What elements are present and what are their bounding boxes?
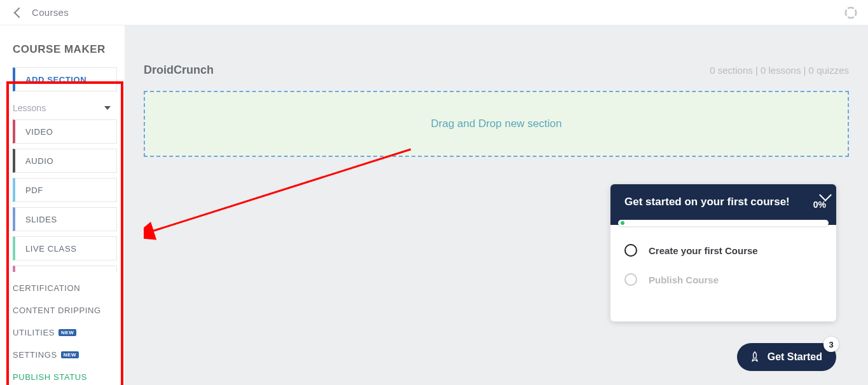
sidebar: COURSE MAKER ADD SECTION Lessons VIDEO A… [0,25,125,385]
lesson-block-video[interactable]: VIDEO [13,119,117,144]
task-status-icon [624,244,637,257]
new-badge: NEW [59,329,76,336]
sidebar-title: COURSE MAKER [0,43,125,67]
get-started-button[interactable]: Get Started 3 [737,343,836,371]
nav-label: PUBLISH STATUS [13,372,87,382]
lesson-block-slides[interactable]: SLIDES [13,207,117,231]
task-create-course[interactable]: Create your first Course [624,244,822,257]
onboarding-tasks: Create your first Course Publish Course [610,229,836,321]
svg-line-1 [150,149,411,232]
nav-utilities[interactable]: UTILITIES NEW [0,321,125,344]
new-badge: NEW [61,351,79,358]
course-title: DroidCrunch [144,64,214,77]
breadcrumb: Courses [15,7,69,18]
nav-label: CONTENT DRIPPING [13,306,101,315]
dropzone-text: Drag and Drop new section [431,118,561,130]
task-label: Publish Course [649,274,719,285]
nav-settings[interactable]: SETTINGS NEW [0,344,125,366]
nav-label: UTILITIES [13,328,55,337]
lesson-block-live-class[interactable]: LIVE CLASS [13,236,117,260]
chevron-down-icon [104,106,111,110]
lesson-block-audio[interactable]: AUDIO [13,149,117,173]
courses-link[interactable]: Courses [32,7,69,18]
progress-bar [618,220,829,226]
add-section-block[interactable]: ADD SECTION [13,67,117,91]
onboarding-title: Get started on your first course! [624,196,825,208]
course-stats: 0 sections | 0 lessons | 0 quizzes [710,65,849,76]
lessons-group-header[interactable]: Lessons [0,97,125,119]
nav-certification[interactable]: CERTIFICATION [0,277,125,299]
nav-publish-status[interactable]: PUBLISH STATUS [0,366,125,385]
onboarding-card: Get started on your first course! 0% Cre… [610,184,836,321]
rocket-icon [748,351,761,363]
nav-label: SETTINGS [13,350,57,360]
lesson-block-partial[interactable] [13,266,117,272]
top-bar: Courses [0,0,868,25]
course-header: DroidCrunch 0 sections | 0 lessons | 0 q… [144,64,849,77]
content-area: COURSE MAKER ADD SECTION Lessons VIDEO A… [0,25,868,385]
onboarding-percent: 0% [813,199,826,210]
notification-count: 3 [823,337,839,352]
lesson-block-pdf[interactable]: PDF [13,178,117,202]
main-panel: DroidCrunch 0 sections | 0 lessons | 0 q… [125,25,868,385]
help-icon[interactable] [844,6,858,20]
back-icon[interactable] [14,7,25,18]
progress-indicator [621,221,624,225]
nav-content-dripping[interactable]: CONTENT DRIPPING [0,299,125,321]
task-label: Create your first Course [649,245,758,256]
progress-bar-wrap [610,220,836,229]
onboarding-header: Get started on your first course! 0% [610,184,836,225]
lessons-label: Lessons [13,103,46,113]
task-status-icon [624,273,637,286]
section-dropzone[interactable]: Drag and Drop new section [144,91,849,157]
task-publish-course[interactable]: Publish Course [624,273,822,286]
annotation-arrow [144,143,417,251]
nav-label: CERTIFICATION [13,283,80,293]
get-started-label: Get Started [768,351,822,363]
